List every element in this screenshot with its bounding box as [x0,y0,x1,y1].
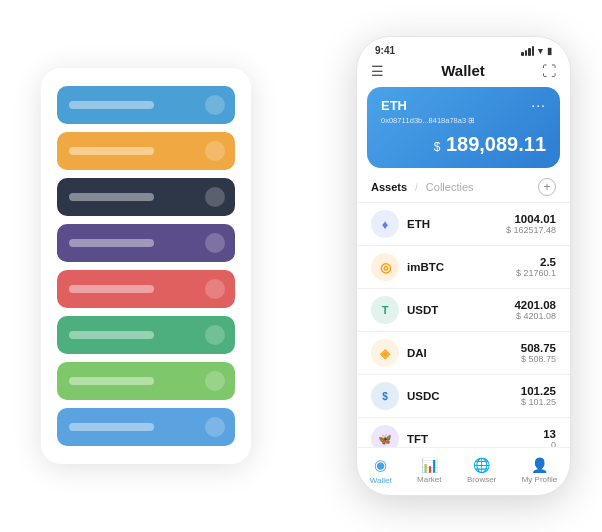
eth-card[interactable]: ETH ··· 0x08711d3b...8418a78a3 ⊞ $ 189,0… [367,87,560,168]
asset-amount: 13 [543,428,556,440]
list-item[interactable] [57,132,235,170]
list-item[interactable] [57,270,235,308]
asset-name: USDC [407,390,521,402]
asset-usd: $ 101.25 [521,397,556,407]
tft-coin-icon: 🦋 [371,425,399,447]
phone-frame: 9:41 ▾ ▮ ☰ Wallet ⛶ ETH ··· [356,36,571,496]
nav-market[interactable]: 📊 Market [417,457,441,484]
list-item[interactable] [57,408,235,446]
eth-label: ETH [381,98,407,113]
asset-name: TFT [407,433,543,445]
asset-list: ♦ ETH 1004.01 $ 162517.48 ◎ imBTC 2.5 $ … [357,202,570,447]
nav-profile[interactable]: 👤 My Profile [522,457,558,484]
list-item[interactable] [57,178,235,216]
asset-amount: 508.75 [521,342,556,354]
asset-amounts: 1004.01 $ 162517.48 [506,213,556,235]
asset-amounts: 2.5 $ 21760.1 [516,256,556,278]
asset-amount: 1004.01 [506,213,556,225]
menu-icon[interactable]: ☰ [371,63,384,79]
eth-menu-icon[interactable]: ··· [531,97,546,113]
wallet-nav-label: Wallet [370,476,392,485]
list-item[interactable] [57,224,235,262]
table-row[interactable]: T USDT 4201.08 $ 4201.08 [357,288,570,331]
profile-nav-label: My Profile [522,475,558,484]
asset-name: USDT [407,304,514,316]
list-item[interactable] [57,86,235,124]
wifi-icon: ▾ [538,46,543,56]
top-nav: ☰ Wallet ⛶ [357,60,570,87]
assets-tabs: Assets / Collecties [371,181,474,193]
list-item[interactable] [57,316,235,354]
asset-amount: 4201.08 [514,299,556,311]
eth-address: 0x08711d3b...8418a78a3 ⊞ [381,116,546,125]
table-row[interactable]: $ USDC 101.25 $ 101.25 [357,374,570,417]
eth-balance-value: 189,089.11 [440,133,546,155]
table-row[interactable]: ♦ ETH 1004.01 $ 162517.48 [357,202,570,245]
table-row[interactable]: ◎ imBTC 2.5 $ 21760.1 [357,245,570,288]
asset-amounts: 101.25 $ 101.25 [521,385,556,407]
page-title: Wallet [441,62,485,79]
eth-coin-icon: ♦ [371,210,399,238]
asset-name: ETH [407,218,506,230]
asset-usd: $ 162517.48 [506,225,556,235]
usdt-coin-icon: T [371,296,399,324]
browser-nav-label: Browser [467,475,496,484]
asset-name: imBTC [407,261,516,273]
status-time: 9:41 [375,45,395,56]
tab-divider: / [415,182,418,193]
asset-name: DAI [407,347,521,359]
table-row[interactable]: ◈ DAI 508.75 $ 508.75 [357,331,570,374]
add-asset-button[interactable]: + [538,178,556,196]
usdc-coin-icon: $ [371,382,399,410]
imbtc-coin-icon: ◎ [371,253,399,281]
asset-usd: $ 21760.1 [516,268,556,278]
market-nav-icon: 📊 [421,457,438,473]
asset-usd: 0 [543,440,556,447]
eth-balance: $ 189,089.11 [381,133,546,156]
asset-amount: 2.5 [516,256,556,268]
battery-icon: ▮ [547,46,552,56]
asset-usd: $ 4201.08 [514,311,556,321]
tab-assets[interactable]: Assets [371,181,407,193]
scene: 9:41 ▾ ▮ ☰ Wallet ⛶ ETH ··· [21,16,581,516]
asset-amounts: 4201.08 $ 4201.08 [514,299,556,321]
dai-coin-icon: ◈ [371,339,399,367]
market-nav-label: Market [417,475,441,484]
asset-usd: $ 508.75 [521,354,556,364]
signal-icon [521,46,534,56]
asset-amount: 101.25 [521,385,556,397]
bottom-nav: ◉ Wallet 📊 Market 🌐 Browser 👤 My Profile [357,447,570,495]
table-row[interactable]: 🦋 TFT 13 0 [357,417,570,447]
card-panel [41,68,251,464]
status-bar: 9:41 ▾ ▮ [357,37,570,60]
eth-card-header: ETH ··· [381,97,546,113]
asset-amounts: 508.75 $ 508.75 [521,342,556,364]
list-item[interactable] [57,362,235,400]
tab-collecties[interactable]: Collecties [426,181,474,193]
assets-header: Assets / Collecties + [357,178,570,202]
nav-browser[interactable]: 🌐 Browser [467,457,496,484]
status-icons: ▾ ▮ [521,46,552,56]
profile-nav-icon: 👤 [531,457,548,473]
nav-wallet[interactable]: ◉ Wallet [370,456,392,485]
asset-amounts: 13 0 [543,428,556,447]
browser-nav-icon: 🌐 [473,457,490,473]
expand-icon[interactable]: ⛶ [542,63,556,79]
wallet-nav-icon: ◉ [374,456,387,474]
